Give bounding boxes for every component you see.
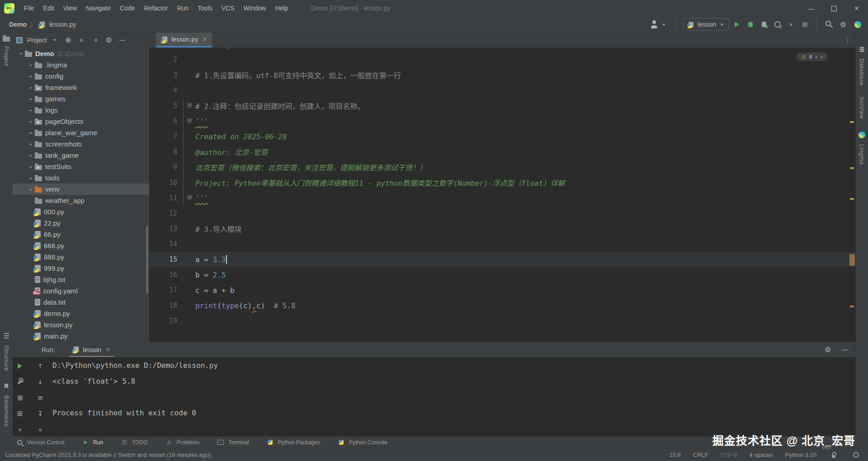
tool-stripe-lingma[interactable]: Lingma	[857, 130, 867, 165]
more-icon[interactable]	[35, 424, 45, 434]
play-icon[interactable]	[732, 19, 742, 29]
chevron-collapsed-icon[interactable]: ▸	[27, 108, 35, 113]
inspections-widget[interactable]: ⚠ 4 ∧ ∨	[797, 52, 827, 61]
chevron-collapsed-icon[interactable]: ▸	[27, 153, 35, 158]
toolbar-tab-problems[interactable]: Problems	[164, 437, 200, 447]
menu-help[interactable]: Help	[270, 0, 292, 17]
more-options-icon[interactable]: ⋮	[844, 36, 851, 44]
tree-item-config.yaml[interactable]: config.yaml	[13, 285, 149, 296]
project-scrollbar[interactable]	[146, 226, 148, 294]
chevron-collapsed-icon[interactable]: ▸	[27, 62, 35, 67]
maximize-icon[interactable]	[823, 0, 845, 17]
toolbar-tab-todo[interactable]: TODO	[119, 437, 147, 447]
tree-item-plane_war_game[interactable]: ▸plane_war_game	[13, 127, 149, 138]
menu-navigate[interactable]: Navigate	[81, 0, 115, 17]
rerun-icon[interactable]	[15, 361, 25, 371]
tree-item-000.py[interactable]: 000.py	[13, 206, 149, 217]
gear-icon[interactable]	[104, 35, 114, 45]
fold-marker-icon[interactable]	[187, 195, 192, 201]
menu-window[interactable]: Window	[239, 0, 271, 17]
tool-stripe-bookmarks[interactable]: Bookmarks	[1, 381, 11, 427]
tree-item-888.py[interactable]: 888.py	[13, 251, 149, 263]
toolbar-tab-python-console[interactable]: Python Console	[336, 437, 387, 447]
tree-item-pageObjects[interactable]: ▸pageObjects	[13, 116, 149, 127]
notification-icon[interactable]	[851, 450, 861, 460]
toolbar-tab-python-packages[interactable]: Python Packages	[265, 437, 320, 447]
tool-stripe-structure[interactable]: Structure	[1, 331, 11, 371]
breadcrumb-project[interactable]: Demo	[9, 21, 27, 28]
project-view-icon[interactable]	[16, 37, 23, 43]
menu-run[interactable]: Run	[172, 0, 193, 17]
tree-item-logs[interactable]: ▸logs	[13, 104, 149, 116]
menu-view[interactable]: View	[59, 0, 81, 17]
menu-tools[interactable]: Tools	[193, 0, 217, 17]
chevron-expanded-icon[interactable]: ▾	[17, 51, 25, 56]
hide-icon[interactable]	[118, 35, 127, 45]
fold-marker-icon[interactable]	[187, 103, 192, 108]
tree-item-bjhg.txt[interactable]: bjhg.txt	[13, 274, 149, 285]
chevron-collapsed-icon[interactable]: ▸	[27, 141, 35, 146]
tree-item-tank_game[interactable]: ▸tank_game	[13, 150, 149, 161]
user-icon[interactable]	[649, 19, 659, 29]
chevron-collapsed-icon[interactable]: ▸	[27, 74, 35, 79]
collapse-all-icon[interactable]	[90, 35, 100, 45]
menu-file[interactable]: File	[19, 0, 39, 17]
chevron-up-icon[interactable]: ∧	[815, 54, 818, 59]
menu-vcs[interactable]: VCS	[217, 0, 239, 17]
tree-item-framework[interactable]: ▸framework	[13, 82, 149, 93]
tree-item-22.py[interactable]: 22.py	[13, 217, 149, 229]
chevron-collapsed-icon[interactable]: ▸	[27, 85, 35, 90]
debug-icon[interactable]	[745, 19, 755, 29]
error-stripe[interactable]	[849, 48, 855, 342]
lingma-icon[interactable]	[853, 19, 863, 29]
chevron-collapsed-icon[interactable]: ▸	[27, 187, 35, 192]
tree-item-Demo[interactable]: ▾DemoD:\Demo	[13, 48, 149, 59]
chevron-down-icon[interactable]	[50, 35, 60, 45]
close-icon[interactable]: ✕	[105, 346, 110, 353]
tool-stripe-sciview[interactable]: SciView	[859, 97, 865, 119]
minimize-icon[interactable]: —	[800, 0, 823, 17]
tree-item-screenshots[interactable]: ▸screenshots	[13, 138, 149, 150]
console-output[interactable]: D:\Python\python.exe D:/Demo/lesson.py<c…	[52, 358, 855, 436]
editor[interactable]: 1# coding:utf-823# 1.先设置编码，utf-8可支持中英文，如…	[149, 48, 855, 342]
tree-item-66.py[interactable]: 66.py	[13, 229, 149, 240]
chevron-down-icon[interactable]	[659, 19, 669, 29]
editor-tab-lesson[interactable]: lesson.py ✕	[156, 33, 212, 47]
layout-icon[interactable]	[15, 409, 25, 419]
toolbar-tab-run[interactable]: Run	[80, 437, 103, 447]
status-15:8[interactable]: 15:8	[669, 452, 680, 458]
up-icon[interactable]	[35, 361, 45, 371]
status-4-spaces[interactable]: 4 spaces	[750, 452, 773, 458]
tree-item-lesson.py[interactable]: lesson.py	[13, 319, 149, 330]
tree-item-testSuits[interactable]: ▸testSuits	[13, 161, 149, 172]
chevron-collapsed-icon[interactable]: ▸	[27, 175, 35, 180]
fold-marker-icon[interactable]	[187, 118, 192, 124]
gear-icon[interactable]	[838, 19, 848, 29]
scrollend-icon[interactable]	[35, 409, 45, 419]
chevron-down-icon[interactable]	[786, 19, 796, 29]
menu-refactor[interactable]: Refactor	[140, 0, 173, 17]
wrench-icon[interactable]	[15, 377, 25, 387]
lock-icon[interactable]	[829, 450, 839, 460]
stop-icon[interactable]	[15, 393, 25, 403]
hide-icon[interactable]	[840, 345, 850, 355]
more-icon[interactable]	[15, 424, 25, 434]
chevron-collapsed-icon[interactable]: ▸	[27, 130, 35, 135]
run-config-combo[interactable]: lesson	[683, 18, 729, 31]
chevron-collapsed-icon[interactable]: ▸	[27, 119, 35, 124]
run-tab-lesson[interactable]: lesson ✕	[67, 342, 116, 357]
status-utf-8[interactable]: UTF-8	[721, 452, 737, 458]
profiler-icon[interactable]	[773, 19, 783, 29]
tree-item-main.py[interactable]: main.py	[13, 330, 149, 342]
tool-stripe-database[interactable]: Database	[857, 44, 867, 86]
tree-item-config[interactable]: ▸config	[13, 71, 149, 82]
tree-item-999.py[interactable]: 999.py	[13, 263, 149, 274]
status-message[interactable]: Localized PyCharm 2021.3.3 is available …	[5, 452, 211, 458]
tree-item-data.txt[interactable]: data.txt	[13, 296, 149, 308]
menu-code[interactable]: Code	[115, 0, 139, 17]
tree-item-venv[interactable]: ▸venv	[13, 183, 149, 195]
menu-edit[interactable]: Edit	[39, 0, 59, 17]
tree-item-games[interactable]: ▸games	[13, 93, 149, 104]
scrollbar-thumb[interactable]	[849, 254, 855, 266]
tool-stripe-project[interactable]: Project	[3, 35, 10, 66]
